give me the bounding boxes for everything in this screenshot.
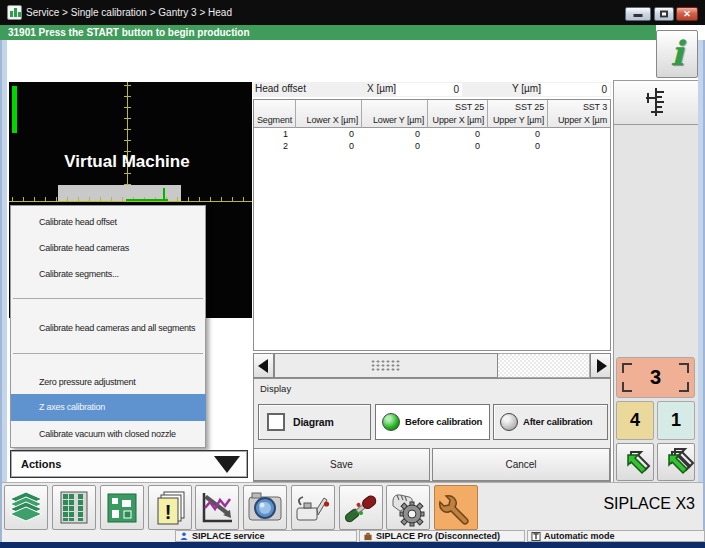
back-all-arrow-button[interactable] bbox=[657, 443, 695, 481]
scrollbar-thumb[interactable] bbox=[274, 353, 498, 378]
head-offset-x-label: X [µm] bbox=[367, 83, 396, 94]
bracket-icon bbox=[622, 363, 632, 373]
camera-count-button[interactable]: 3 bbox=[616, 357, 695, 398]
toolbar-button-service[interactable] bbox=[434, 485, 478, 530]
bracket-icon bbox=[679, 363, 689, 373]
info-icon: i bbox=[671, 33, 684, 73]
radio-off-icon bbox=[500, 413, 518, 431]
panel-matrix-icon bbox=[54, 488, 94, 528]
app-icon bbox=[7, 5, 22, 20]
vm-horizontal-axis bbox=[9, 201, 252, 202]
vm-vertical-axis bbox=[127, 82, 128, 202]
back-arrow-button[interactable] bbox=[616, 443, 654, 481]
camera-count-label: 3 bbox=[650, 366, 661, 388]
status-mode: Automatic mode bbox=[527, 530, 705, 542]
oil-can-icon bbox=[293, 488, 333, 528]
machine-icon bbox=[363, 532, 373, 541]
toolbar-button-boards[interactable] bbox=[4, 485, 48, 530]
col-lower-x: Lower X [µm] bbox=[307, 115, 358, 125]
head-offset-x-input[interactable]: 0 bbox=[396, 83, 462, 96]
wrench-icon bbox=[436, 488, 476, 528]
vm-label: Virtual Machine bbox=[9, 152, 245, 172]
menu-item-calibrate-segments[interactable]: Calibrate segments... bbox=[11, 261, 206, 287]
save-button[interactable]: Save bbox=[253, 448, 430, 481]
window-border-bottom bbox=[0, 542, 705, 548]
actions-menu: Calibrate head offset Calibrate head cam… bbox=[10, 205, 206, 448]
window-border-right bbox=[698, 40, 705, 542]
menu-item-calibrate-head-offset[interactable]: Calibrate head offset bbox=[11, 209, 206, 235]
col-sst25-upper-y: Upper Y [µm] bbox=[493, 115, 544, 125]
minimize-button[interactable] bbox=[625, 7, 651, 21]
bracket-icon bbox=[679, 382, 689, 392]
head-offset-row: Head offset X [µm] 0 Y [µm] 0 bbox=[253, 82, 611, 97]
close-button[interactable]: ✕ bbox=[676, 7, 698, 21]
head-offset-y-label: Y [µm] bbox=[512, 83, 541, 94]
sidebar-button-1[interactable]: 1 bbox=[657, 401, 695, 440]
svg-text:!: ! bbox=[165, 501, 172, 523]
hand-gear-icon bbox=[388, 488, 428, 528]
scrollbar-track[interactable] bbox=[498, 353, 590, 378]
status-bar: SIPLACE service SIPLACE Pro (Disconnecte… bbox=[2, 530, 703, 542]
window-border-left bbox=[0, 40, 7, 542]
col-sst3-upper-x: Upper X [µm bbox=[558, 115, 607, 125]
user-icon bbox=[179, 532, 189, 541]
maximize-button[interactable] bbox=[654, 7, 674, 21]
table-header: Segment Lower X [µm] Lower Y [µm] SST 25… bbox=[254, 100, 610, 128]
scroll-left-button[interactable] bbox=[253, 353, 274, 378]
window-title: Service > Single calibration > Gantry 3 … bbox=[26, 0, 232, 25]
col-sst25-upper-x: Upper X [µm] bbox=[433, 115, 484, 125]
toolbar-button-pcb[interactable] bbox=[100, 485, 144, 530]
menu-item-calibrate-head-cameras-all-segments[interactable]: Calibrate head cameras and all segments bbox=[11, 315, 206, 341]
head-offset-y-input[interactable]: 0 bbox=[541, 83, 610, 96]
menu-separator bbox=[13, 353, 203, 354]
vm-green-line bbox=[126, 199, 168, 201]
left-arrow-icon bbox=[258, 359, 268, 373]
grip-dots-icon bbox=[372, 360, 401, 372]
sidebar-button-4[interactable]: 4 bbox=[616, 401, 654, 440]
toolbar-button-manual-operations[interactable] bbox=[386, 485, 430, 530]
radio-on-icon bbox=[382, 413, 400, 431]
vm-green-bar bbox=[12, 86, 17, 133]
menu-item-zero-pressure-adjustment[interactable]: Zero pressure adjustment bbox=[11, 369, 206, 395]
vm-green-marker bbox=[163, 188, 165, 201]
green-arrow-stack-icon bbox=[659, 445, 695, 481]
dropdown-arrow-icon bbox=[214, 456, 240, 473]
statistics-chart-icon bbox=[197, 488, 237, 528]
menu-item-calibrate-head-cameras[interactable]: Calibrate head cameras bbox=[11, 235, 206, 261]
boards-stack-icon bbox=[6, 488, 46, 528]
info-button[interactable]: i bbox=[656, 30, 698, 78]
menu-item-z-axes-calibration[interactable]: Z axes calibration bbox=[11, 394, 206, 421]
after-calibration-radio[interactable]: After calibration bbox=[493, 404, 608, 440]
pcb-icon bbox=[102, 488, 142, 528]
calibration-tool-button[interactable] bbox=[613, 80, 698, 125]
caliper-icon bbox=[638, 85, 674, 121]
toolbar-button-panel[interactable] bbox=[52, 485, 96, 530]
toolbar-button-camera[interactable] bbox=[243, 485, 287, 530]
green-arrow-icon bbox=[618, 445, 654, 481]
actions-dropdown[interactable]: Actions bbox=[10, 450, 248, 478]
diagram-checkbox-button[interactable]: Diagram bbox=[258, 404, 371, 440]
status-service: SIPLACE service bbox=[175, 530, 357, 542]
cancel-button[interactable]: Cancel bbox=[432, 448, 610, 481]
toolbar-button-lubrication[interactable] bbox=[291, 485, 335, 530]
col-segment: Segment bbox=[257, 115, 292, 125]
head-offset-label: Head offset bbox=[255, 83, 306, 94]
screwdriver-icon bbox=[341, 488, 381, 528]
bracket-icon bbox=[622, 382, 632, 392]
status-connection: SIPLACE Pro (Disconnected) bbox=[359, 530, 525, 542]
actions-label: Actions bbox=[21, 451, 61, 477]
display-group-label: Display bbox=[260, 383, 291, 394]
toolbar-button-messages[interactable]: ! bbox=[148, 485, 192, 530]
toolbar-button-maintenance[interactable] bbox=[339, 485, 383, 530]
checkbox-icon bbox=[267, 413, 285, 431]
right-arrow-icon bbox=[597, 359, 607, 373]
before-calibration-radio[interactable]: Before calibration bbox=[375, 404, 490, 440]
table-row[interactable]: 1 0 0 0 0 bbox=[254, 128, 610, 140]
warning-pages-icon: ! bbox=[150, 488, 190, 528]
scroll-right-button[interactable] bbox=[590, 353, 611, 378]
table-row[interactable]: 2 0 0 0 0 bbox=[254, 140, 610, 152]
col-lower-y: Lower Y [µm] bbox=[373, 115, 424, 125]
menu-item-calibrate-vacuum-closed-nozzle[interactable]: Calibrate vacuum with closed nozzle bbox=[11, 421, 206, 447]
toolbar-button-statistics[interactable] bbox=[195, 485, 239, 530]
bottom-toolbar: ! bbox=[2, 482, 703, 530]
